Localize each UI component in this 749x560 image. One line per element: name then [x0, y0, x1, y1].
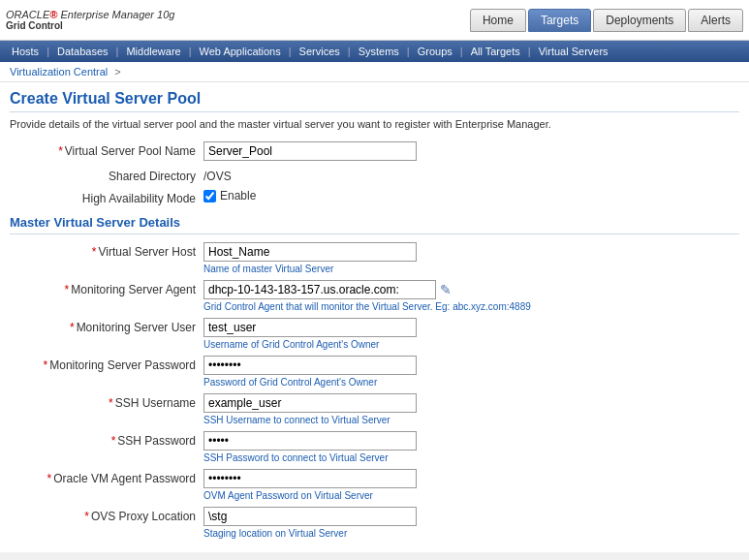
- ssh-username-row: *SSH Username SSH Username to connect to…: [10, 393, 739, 425]
- monitoring-agent-value: ✎ Grid Control Agent that will monitor t…: [203, 280, 739, 312]
- ovs-proxy-row: *OVS Proxy Location Staging location on …: [10, 507, 739, 539]
- monitoring-agent-hint: Grid Control Agent that will monitor the…: [203, 301, 739, 312]
- subnav-groups[interactable]: Groups: [410, 43, 460, 60]
- ssh-password-input[interactable]: [203, 431, 417, 451]
- vserver-host-row: *Virtual Server Host Name of master Virt…: [10, 242, 739, 274]
- monitoring-user-value: Username of Grid Control Agent's Owner: [203, 318, 739, 350]
- product-name: Enterprise Manager 10g: [60, 9, 174, 20]
- shared-dir-value: /OVS: [203, 167, 739, 183]
- grid-control-label: Grid Control: [6, 20, 174, 31]
- monitoring-user-label: *Monitoring Server User: [10, 318, 203, 334]
- pool-name-label-text: Virtual Server Pool Name: [65, 144, 196, 158]
- breadcrumb: Virtualization Central >: [0, 62, 749, 82]
- ha-mode-checkbox[interactable]: [203, 190, 216, 202]
- subnav-hosts[interactable]: Hosts: [4, 43, 47, 60]
- ovs-proxy-value: Staging location on Virtual Server: [203, 507, 739, 539]
- nav-home[interactable]: Home: [470, 9, 526, 32]
- monitoring-password-label: *Monitoring Server Password: [10, 356, 203, 372]
- monitoring-password-input[interactable]: [203, 356, 417, 375]
- ovm-password-label: *Oracle VM Agent Password: [10, 469, 203, 485]
- monitoring-user-row: *Monitoring Server User Username of Grid…: [10, 318, 739, 350]
- ha-mode-row: High Availability Mode Enable: [10, 189, 739, 205]
- breadcrumb-sep: >: [114, 66, 120, 78]
- pool-name-row: *Virtual Server Pool Name: [10, 141, 739, 161]
- subnav-services[interactable]: Services: [292, 43, 348, 60]
- sub-navigation: Hosts | Databases | Middleware | Web App…: [0, 41, 749, 62]
- shared-dir-row: Shared Directory /OVS: [10, 167, 739, 183]
- subnav-webapps[interactable]: Web Applications: [192, 43, 289, 60]
- shared-dir-text: /OVS: [203, 167, 739, 183]
- ssh-password-value: SSH Password to connect to Virtual Serve…: [203, 431, 739, 463]
- ssh-password-label: *SSH Password: [10, 431, 203, 448]
- top-header: ORACLE® Enterprise Manager 10g Grid Cont…: [0, 0, 749, 41]
- subnav-all-targets[interactable]: All Targets: [463, 43, 528, 60]
- nav-deployments[interactable]: Deployments: [593, 9, 686, 32]
- ovm-password-hint: OVM Agent Password on Virtual Server: [203, 490, 739, 501]
- ssh-password-hint: SSH Password to connect to Virtual Serve…: [203, 452, 739, 463]
- monitoring-user-hint: Username of Grid Control Agent's Owner: [203, 339, 739, 350]
- ha-mode-value: Enable: [203, 189, 739, 202]
- top-navigation: Home Targets Deployments Alerts: [470, 9, 743, 32]
- vserver-host-input[interactable]: [203, 242, 417, 262]
- shared-dir-label: Shared Directory: [10, 167, 203, 183]
- monitoring-agent-input[interactable]: [203, 280, 436, 299]
- ovs-proxy-label: *OVS Proxy Location: [10, 507, 203, 523]
- ssh-username-input[interactable]: [203, 393, 417, 413]
- edit-icon[interactable]: ✎: [440, 282, 452, 297]
- subnav-middleware[interactable]: Middleware: [118, 43, 188, 60]
- ovm-password-value: OVM Agent Password on Virtual Server: [203, 469, 739, 501]
- page-description: Provide details of the virtual server po…: [10, 118, 739, 130]
- oracle-logo: ORACLE® Enterprise Manager 10g Grid Cont…: [6, 9, 174, 31]
- ovs-proxy-input[interactable]: [203, 507, 417, 526]
- pool-name-value: [203, 141, 739, 161]
- master-section-title: Master Virtual Server Details: [10, 215, 739, 234]
- nav-targets[interactable]: Targets: [528, 9, 591, 32]
- vserver-host-label: *Virtual Server Host: [10, 242, 203, 259]
- ha-mode-label: High Availability Mode: [10, 189, 203, 205]
- subnav-virtual-servers[interactable]: Virtual Servers: [531, 43, 616, 60]
- ha-mode-text: Enable: [220, 189, 256, 202]
- ha-mode-checkbox-label: Enable: [203, 189, 739, 202]
- req-asterisk: *: [58, 144, 63, 158]
- nav-alerts[interactable]: Alerts: [688, 9, 743, 32]
- ssh-username-hint: SSH Username to connect to Virtual Serve…: [203, 415, 739, 425]
- subnav-databases[interactable]: Databases: [49, 43, 116, 60]
- breadcrumb-parent[interactable]: Virtualization Central: [10, 66, 108, 78]
- subnav-systems[interactable]: Systems: [351, 43, 407, 60]
- pool-name-input[interactable]: [203, 141, 417, 161]
- vserver-host-hint: Name of master Virtual Server: [203, 264, 739, 274]
- oracle-brand: ORACLE® Enterprise Manager 10g: [6, 9, 174, 20]
- monitoring-password-row: *Monitoring Server Password Password of …: [10, 356, 739, 388]
- ovm-password-row: *Oracle VM Agent Password OVM Agent Pass…: [10, 469, 739, 501]
- monitoring-agent-input-group: ✎: [203, 280, 739, 299]
- ovm-password-input[interactable]: [203, 469, 417, 488]
- page-content: Create Virtual Server Pool Provide detai…: [0, 82, 749, 552]
- vserver-host-value: Name of master Virtual Server: [203, 242, 739, 274]
- ovs-proxy-hint: Staging location on Virtual Server: [203, 528, 739, 539]
- monitoring-password-hint: Password of Grid Control Agent's Owner: [203, 377, 739, 388]
- monitoring-user-input[interactable]: [203, 318, 417, 337]
- monitoring-agent-row: *Monitoring Server Agent ✎ Grid Control …: [10, 280, 739, 312]
- monitoring-agent-label: *Monitoring Server Agent: [10, 280, 203, 296]
- pool-name-label: *Virtual Server Pool Name: [10, 141, 203, 158]
- ssh-password-row: *SSH Password SSH Password to connect to…: [10, 431, 739, 463]
- monitoring-password-value: Password of Grid Control Agent's Owner: [203, 356, 739, 388]
- ssh-username-value: SSH Username to connect to Virtual Serve…: [203, 393, 739, 425]
- page-title: Create Virtual Server Pool: [10, 90, 739, 112]
- oracle-text: ORACLE: [6, 9, 49, 20]
- ssh-username-label: *SSH Username: [10, 393, 203, 410]
